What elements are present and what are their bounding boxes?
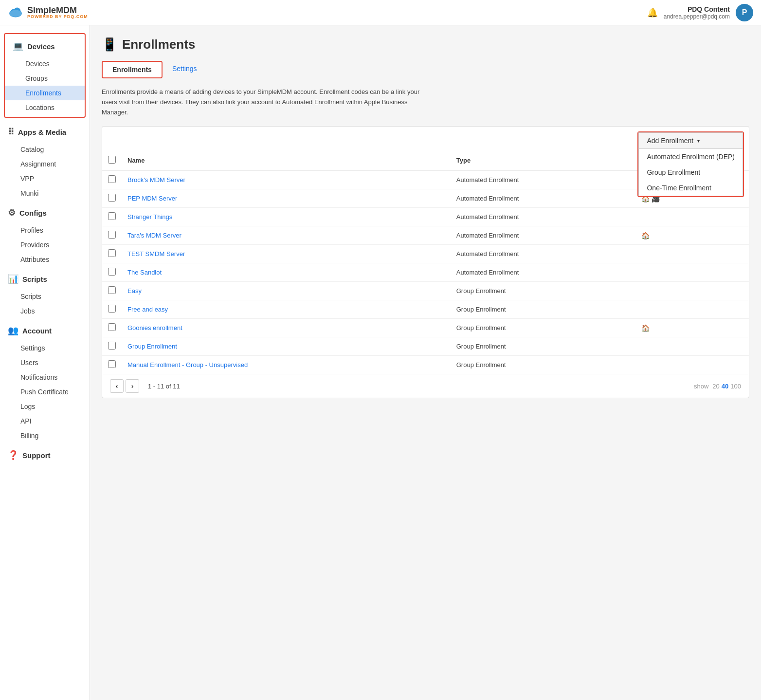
sidebar-section-header-account[interactable]: 👥 Account: [0, 320, 90, 341]
dropdown-item-automated[interactable]: Automated Enrollment (DEP): [639, 149, 743, 165]
row-checkbox[interactable]: [108, 268, 116, 276]
main-content: 📱 Enrollments Enrollments Settings Enrol…: [90, 25, 761, 700]
add-enrollment-button[interactable]: Add Enrollment ▾: [638, 132, 743, 149]
user-name: PDQ Content: [664, 5, 730, 13]
sidebar-item-api[interactable]: API: [0, 414, 90, 428]
sidebar-section-header-configs[interactable]: ⚙ Configs: [0, 203, 90, 223]
user-email: andrea.pepper@pdq.com: [664, 13, 730, 20]
sidebar-item-munki[interactable]: Munki: [0, 186, 90, 201]
sidebar-item-catalog[interactable]: Catalog: [0, 142, 90, 157]
row-checkbox[interactable]: [108, 175, 116, 183]
sidebar-item-jobs[interactable]: Jobs: [0, 304, 90, 318]
pagination-right: show 20 40 100: [694, 383, 741, 390]
sidebar-section-header-devices[interactable]: 💻 Devices: [5, 36, 85, 56]
row-name-link[interactable]: TEST SMDM Server: [127, 250, 185, 258]
table-row: Stranger ThingsAutomated Enrollment: [102, 208, 749, 226]
row-type: Automated Enrollment: [451, 170, 635, 189]
sidebar-item-assignment[interactable]: Assignment: [0, 157, 90, 171]
row-name-link[interactable]: The Sandlot: [127, 269, 162, 276]
row-checkbox[interactable]: [108, 231, 116, 239]
sidebar: 💻 Devices Devices Groups Enrollments Loc…: [0, 25, 90, 700]
show-20[interactable]: 20: [712, 383, 719, 390]
pagination-range: 1 - 11 of 11: [148, 383, 180, 390]
sidebar-item-push-certificate[interactable]: Push Certificate: [0, 385, 90, 399]
row-type: Group Enrollment: [451, 319, 635, 337]
row-checkbox[interactable]: [108, 286, 116, 294]
sidebar-section-label-apps: Apps & Media: [18, 128, 66, 136]
sidebar-item-users[interactable]: Users: [0, 355, 90, 370]
chevron-down-icon: ▾: [697, 138, 700, 144]
feature-icons: 🏠: [641, 324, 743, 332]
row-name-link[interactable]: Group Enrollment: [127, 343, 177, 350]
row-features: [635, 208, 749, 226]
sidebar-item-locations[interactable]: Locations: [5, 100, 85, 115]
row-checkbox[interactable]: [108, 323, 116, 331]
row-type: Group Enrollment: [451, 282, 635, 300]
sidebar-item-providers[interactable]: Providers: [0, 238, 90, 252]
support-icon: ❓: [8, 450, 18, 461]
row-name-link[interactable]: Goonies enrollment: [127, 324, 182, 332]
tab-settings[interactable]: Settings: [163, 61, 207, 78]
add-enrollment-container: Add Enrollment ▾ Automated Enrollment (D…: [637, 131, 744, 197]
sidebar-item-groups[interactable]: Groups: [5, 71, 85, 86]
tab-enrollments[interactable]: Enrollments: [102, 61, 163, 78]
devices-section-box: 💻 Devices Devices Groups Enrollments Loc…: [4, 33, 86, 118]
sidebar-item-vpp[interactable]: VPP: [0, 171, 90, 186]
user-info: PDQ Content andrea.pepper@pdq.com: [664, 5, 730, 20]
select-all-checkbox[interactable]: [108, 156, 116, 164]
sidebar-section-header-support[interactable]: ❓ Support: [0, 445, 90, 465]
pagination-buttons: ‹ ›: [110, 379, 139, 393]
row-checkbox[interactable]: [108, 212, 116, 220]
row-checkbox[interactable]: [108, 194, 116, 202]
show-label: show: [694, 383, 708, 390]
table-row: Manual Enrollment - Group - Unsupervised…: [102, 356, 749, 374]
show-100[interactable]: 100: [730, 383, 741, 390]
page-header-icon: 📱: [102, 37, 117, 52]
sidebar-item-devices[interactable]: Devices: [5, 56, 85, 71]
dropdown-item-group[interactable]: Group Enrollment: [639, 165, 743, 180]
row-name-link[interactable]: Brock's MDM Server: [127, 176, 185, 184]
sidebar-item-logs[interactable]: Logs: [0, 399, 90, 414]
avatar[interactable]: P: [736, 4, 753, 21]
apps-icon: ⠿: [8, 127, 14, 137]
sidebar-section-header-apps[interactable]: ⠿ Apps & Media: [0, 122, 90, 142]
sidebar-item-settings[interactable]: Settings: [0, 341, 90, 355]
table-body: Brock's MDM ServerAutomated Enrollment⚠ …: [102, 170, 749, 374]
sidebar-section-scripts: 📊 Scripts Scripts Jobs: [0, 269, 90, 318]
prev-button[interactable]: ‹: [110, 379, 124, 393]
logo-text: SimpleMDM POWERED BY PDQ.COM: [27, 6, 88, 19]
row-name-link[interactable]: Stranger Things: [127, 213, 172, 221]
sidebar-item-notifications[interactable]: Notifications: [0, 370, 90, 385]
sidebar-item-scripts[interactable]: Scripts: [0, 289, 90, 304]
row-name-link[interactable]: Tara's MDM Server: [127, 232, 181, 239]
table-row: EasyGroup Enrollment: [102, 282, 749, 300]
sidebar-item-profiles[interactable]: Profiles: [0, 223, 90, 238]
bell-icon[interactable]: 🔔: [647, 7, 658, 18]
row-name-link[interactable]: Free and easy: [127, 306, 168, 313]
next-button[interactable]: ›: [126, 379, 139, 393]
row-checkbox[interactable]: [108, 249, 116, 257]
top-nav: SimpleMDM POWERED BY PDQ.COM 🔔 PDQ Conte…: [0, 0, 761, 25]
row-checkbox[interactable]: [108, 342, 116, 350]
sidebar-item-enrollments[interactable]: Enrollments: [5, 86, 85, 100]
show-options: show 20 40 100: [694, 383, 741, 390]
show-40[interactable]: 40: [722, 383, 728, 390]
top-nav-right: 🔔 PDQ Content andrea.pepper@pdq.com P: [647, 4, 753, 21]
row-features: [635, 356, 749, 374]
sidebar-section-header-scripts[interactable]: 📊 Scripts: [0, 269, 90, 289]
row-checkbox[interactable]: [108, 305, 116, 313]
page-description: Enrollments provide a means of adding de…: [102, 87, 433, 117]
row-name-link[interactable]: Easy: [127, 287, 142, 295]
sidebar-item-billing[interactable]: Billing: [0, 428, 90, 443]
col-name: Name: [122, 151, 451, 170]
row-features: [635, 282, 749, 300]
row-name-link[interactable]: PEP MDM Server: [127, 195, 177, 202]
row-name-link[interactable]: Manual Enrollment - Group - Unsupervised: [127, 361, 248, 368]
row-type: Automated Enrollment: [451, 263, 635, 282]
sidebar-section-label-devices: Devices: [27, 42, 55, 51]
dropdown-item-one-time[interactable]: One-Time Enrollment: [639, 180, 743, 196]
row-features: [635, 337, 749, 356]
row-type: Automated Enrollment: [451, 245, 635, 263]
row-checkbox[interactable]: [108, 360, 116, 368]
sidebar-item-attributes[interactable]: Attributes: [0, 252, 90, 267]
